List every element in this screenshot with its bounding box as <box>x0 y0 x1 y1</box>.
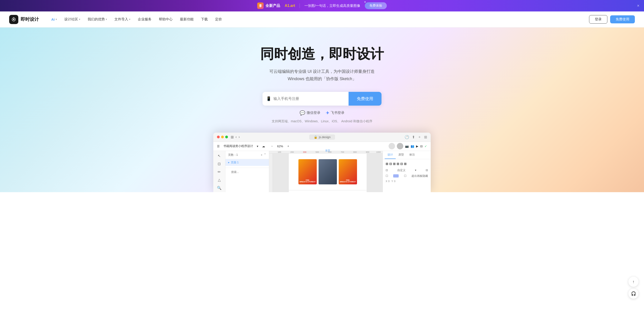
overflow-label: 超出画板隐藏 <box>412 174 428 178</box>
layer-name: 页面 1 <box>231 161 239 164</box>
add-page-icon[interactable]: ＋ <box>260 153 263 157</box>
layers-search[interactable] <box>231 170 263 174</box>
chevron-down-icon: ▾ <box>79 18 80 21</box>
hero-platforms: 支持网页端、macOS、Windows、Linux、iOS、 Android 和… <box>9 119 635 123</box>
tab-prototype[interactable]: 原型 <box>396 151 407 159</box>
y-label: Y <box>391 180 393 183</box>
full-app: ☰ 书籍阅读类小程序设计 ▾ ☁ － 62% ＋ 📷 👥 ▶ ⊟ <box>213 142 431 192</box>
phone-input[interactable] <box>274 93 345 105</box>
banner-logo-icon <box>257 3 264 9</box>
login-button[interactable]: 登录 <box>589 15 608 24</box>
plus-icon[interactable]: ＋ <box>287 144 290 148</box>
pages-label: 页数：1 <box>228 153 238 157</box>
banner-cta-button[interactable]: 免费体验 <box>365 2 387 9</box>
canvas-content: FIREWRECK'D A FOREST FIREWRECK'D A FORES… <box>289 153 367 190</box>
grid-icon[interactable]: ⊞ <box>424 135 427 139</box>
tab-shelf: 书架 <box>298 192 304 192</box>
play-icon[interactable]: ▶ <box>416 145 418 148</box>
lock-icon: 🔒 <box>314 135 318 139</box>
hero-social-login: 💬 微信登录 ✈ 飞书登录 <box>9 110 635 116</box>
clock-icon: 🕐 <box>404 135 409 139</box>
nav-item-help[interactable]: 帮助中心 <box>156 15 176 23</box>
checkbox-2[interactable]: ☐ <box>404 174 406 177</box>
nav-item-community[interactable]: 设计社区 ▾ <box>61 15 84 23</box>
x-value: 0 <box>388 180 390 183</box>
select-tool[interactable]: ↖ <box>218 154 220 158</box>
feishu-login-label: 飞书登录 <box>331 111 344 115</box>
search-tool[interactable]: 🔍 <box>217 186 222 190</box>
tab-design[interactable]: 设计 <box>385 151 396 159</box>
y-value: 0 <box>394 180 396 183</box>
align-bottom-icon[interactable]: ⊟ <box>400 162 403 166</box>
x-input[interactable]: X 0 <box>386 180 390 183</box>
checkbox-1[interactable]: ☐ <box>386 174 388 177</box>
distribute-icon[interactable]: ⊞ <box>404 162 407 166</box>
maximize-dot[interactable] <box>225 136 228 138</box>
collapse-icon[interactable]: ⌃ <box>264 153 266 157</box>
banner-content: 全新产品 A1.art 一张图/一句话，立即生成高质量图像 免费体验 <box>257 2 387 9</box>
navbar: 即时设计 Ai ▾ 设计社区 ▾ 我们的优势 ▾ 文件导入 ▾ 企业服务 帮助中… <box>0 12 644 28</box>
hero-cta-button[interactable]: 免费使用 <box>348 92 382 106</box>
free-use-button[interactable]: 免费使用 <box>610 15 635 23</box>
tab-intro: 书籍介绍 <box>323 192 333 192</box>
check-icon[interactable]: ✓ <box>424 145 427 148</box>
people-icon[interactable]: 👥 <box>410 145 414 148</box>
url-bar[interactable]: 🔒 js.design <box>309 134 335 140</box>
banner-close-button[interactable]: × <box>637 4 640 8</box>
app-preview: ⊞ ‹ › 🔒 js.design 🕐 ⬆ ＋ ⊞ <box>213 133 431 192</box>
hero-subtitle: 可云端编辑的专业级 UI 设计工具，为中国设计师量身打造 Windows 也能用… <box>9 68 635 83</box>
banner-logo-text: A1.art <box>285 4 295 8</box>
align-left-icon[interactable]: ⊞ <box>386 162 388 166</box>
svg-point-1 <box>13 19 14 20</box>
align-top-icon[interactable]: ⊞ <box>396 162 399 166</box>
nav-item-advantages[interactable]: 我们的优势 ▾ <box>84 15 110 23</box>
panel-icon[interactable]: ⊞ <box>231 135 234 139</box>
layer-item[interactable]: ▸ 页面 1 <box>226 159 269 166</box>
book-text-3: FIREWRECK'D A FOREST <box>340 179 356 183</box>
frame-tool[interactable]: ⊡ <box>218 162 220 166</box>
feishu-login-button[interactable]: ✈ 飞书登录 <box>326 110 344 115</box>
share-icon[interactable]: ⬆ <box>412 135 415 139</box>
alignment-tools: ⊞ ⊟ ⊞ ⊞ ⊟ ⊞ <box>386 162 428 166</box>
canvas-with-ruler: 首页 FIREWRECK'D A FOREST <box>269 153 383 192</box>
back-icon[interactable]: ‹ <box>236 135 237 139</box>
dropdown-icon[interactable]: ▾ <box>257 145 258 148</box>
top-banner: 全新产品 A1.art 一张图/一句话，立即生成高质量图像 免费体验 × <box>0 0 644 12</box>
wechat-login-label: 微信登录 <box>307 111 320 115</box>
chevron-down-icon: ▾ <box>129 18 130 21</box>
right-tabs: 设计 原型 标注 <box>383 151 431 159</box>
nav-item-download[interactable]: 下载 <box>198 15 211 23</box>
nav-item-enterprise[interactable]: 企业服务 <box>134 15 155 23</box>
canvas[interactable]: 首页 FIREWRECK'D A FOREST <box>273 153 383 192</box>
search-bar <box>226 168 269 176</box>
present-icon[interactable]: ⊟ <box>420 145 423 148</box>
frame-dropdown[interactable]: ▾ <box>415 169 416 172</box>
hero-wrapper: 同时创造，即时设计 可云端编辑的专业级 UI 设计工具，为中国设计师量身打造 W… <box>0 28 644 192</box>
close-dot[interactable] <box>217 136 220 138</box>
nav-items: Ai ▾ 设计社区 ▾ 我们的优势 ▾ 文件导入 ▾ 企业服务 帮助中心 最新功… <box>48 15 589 23</box>
nav-item-import[interactable]: 文件导入 ▾ <box>111 15 134 23</box>
pen-tool[interactable]: ✏ <box>218 170 220 174</box>
frame-resize[interactable]: ⊟ <box>426 169 428 172</box>
titlebar-right: 🕐 ⬆ ＋ ⊞ <box>404 135 427 140</box>
hamburger-icon[interactable]: ☰ <box>217 145 220 148</box>
shape-tool[interactable]: △ <box>218 178 220 182</box>
nav-item-features[interactable]: 最新功能 <box>177 15 197 23</box>
photo-icon[interactable]: 📷 <box>405 145 409 148</box>
minimize-dot[interactable] <box>221 136 224 138</box>
frame-row: ⊡ 自定义 ▾ ⊟ <box>386 168 428 172</box>
nav-item-pricing[interactable]: 定价 <box>212 15 225 23</box>
forward-icon[interactable]: › <box>238 135 240 139</box>
add-tab-icon[interactable]: ＋ <box>418 135 421 140</box>
tab-annotate[interactable]: 标注 <box>407 151 418 159</box>
align-center-icon[interactable]: ⊟ <box>389 162 392 166</box>
nav-item-ai[interactable]: Ai ▾ <box>48 16 60 23</box>
y-input[interactable]: Y 0 <box>391 180 395 183</box>
minus-icon[interactable]: － <box>270 144 274 148</box>
chevron-down-icon: ▾ <box>106 18 107 21</box>
align-right-icon[interactable]: ⊞ <box>393 162 396 166</box>
toggle-switch[interactable] <box>393 174 399 177</box>
canvas-tabs: 书架 书籍介绍 听书 <box>289 190 367 192</box>
wechat-login-button[interactable]: 💬 微信登录 <box>300 110 320 116</box>
nav-logo[interactable]: 即时设计 <box>9 15 39 24</box>
